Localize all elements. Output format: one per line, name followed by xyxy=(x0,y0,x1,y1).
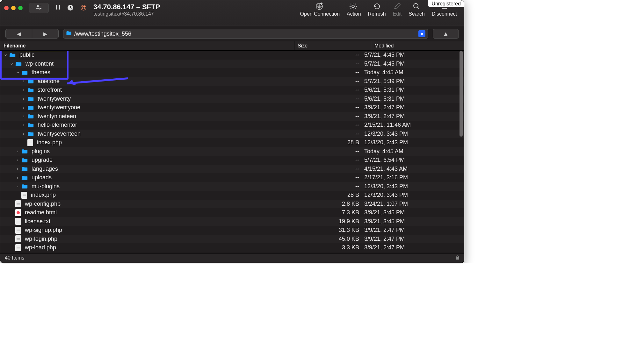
table-row[interactable]: ›languages--4/15/21, 4:43 AM xyxy=(0,165,464,174)
table-row[interactable]: ›upgrade--5/7/21, 6:54 PM xyxy=(0,156,464,165)
size-cell: -- xyxy=(289,147,362,156)
file-name: wp-config.php xyxy=(25,201,61,207)
chevron-right-icon[interactable]: › xyxy=(22,132,25,136)
table-row[interactable]: ›twentytwentyone--3/9/21, 2:47 PM xyxy=(0,103,464,112)
filename-cell: ⌄public xyxy=(0,51,289,60)
forward-button[interactable]: ▶ xyxy=(32,29,58,38)
filename-cell: wp-load.php xyxy=(0,243,289,252)
size-cell: -- xyxy=(289,77,362,86)
table-row[interactable]: ›uploads--2/17/21, 3:16 PM xyxy=(0,173,464,182)
table-row[interactable]: wp-signup.php31.3 KB3/9/21, 2:47 PM xyxy=(0,226,464,235)
table-row[interactable]: ⌄public--5/7/21, 4:45 PM xyxy=(0,51,464,60)
file-name: themes xyxy=(32,69,50,76)
column-filename[interactable]: Filename xyxy=(0,41,294,50)
back-button[interactable]: ◀ xyxy=(6,29,32,38)
svg-point-7 xyxy=(84,6,85,7)
table-row[interactable]: wp-load.php3.3 KB3/9/21, 2:47 PM xyxy=(0,243,464,252)
chevron-right-icon[interactable]: › xyxy=(16,175,19,180)
table-row[interactable]: ›twentytwenty--5/6/21, 5:31 PM xyxy=(0,95,464,103)
unregistered-badge: Unregistered xyxy=(428,0,464,7)
toolbar-toggle-button[interactable] xyxy=(29,3,49,13)
filename-cell: wp-login.php xyxy=(0,235,289,244)
bonjour-icon[interactable] xyxy=(80,4,87,12)
modified-cell: 3/24/21, 1:07 PM xyxy=(362,200,464,209)
history-icon[interactable] xyxy=(67,4,74,12)
modified-cell: 3/9/21, 2:47 PM xyxy=(362,243,464,252)
file-name: wp-signup.php xyxy=(25,227,62,233)
chevron-right-icon[interactable]: › xyxy=(22,88,25,92)
table-row[interactable]: ›abletone--5/7/21, 5:39 PM xyxy=(0,77,464,86)
table-row[interactable]: ›hello-elementor--2/15/21, 11:46 AM xyxy=(0,121,464,130)
gear-icon xyxy=(350,2,358,11)
table-row[interactable]: license.txt19.9 KB3/9/21, 3:45 PM xyxy=(0,217,464,226)
table-row[interactable]: ⌄themes--Today, 4:45 AM xyxy=(0,68,464,77)
modified-cell: Today, 4:45 AM xyxy=(362,68,464,77)
file-name: storefront xyxy=(38,87,62,93)
path-bar[interactable]: /www/testingsitex_556 xyxy=(63,29,428,39)
size-cell: 28 B xyxy=(289,191,362,200)
table-row[interactable]: ›storefront--5/6/21, 5:31 PM xyxy=(0,86,464,95)
modified-cell: 12/3/20, 3:43 PM xyxy=(362,138,464,147)
close-window-button[interactable] xyxy=(4,6,9,10)
table-row[interactable]: wp-config.php2.8 KB3/24/21, 1:07 PM xyxy=(0,200,464,209)
chevron-right-icon[interactable]: › xyxy=(16,149,19,153)
size-cell: -- xyxy=(289,51,362,60)
modified-cell: 2/15/21, 11:46 AM xyxy=(362,121,464,130)
chevron-right-icon[interactable]: › xyxy=(16,184,19,189)
file-name: twentytwentyone xyxy=(38,104,80,111)
column-modified[interactable]: Modified xyxy=(371,41,464,50)
table-row[interactable]: ›mu-plugins--12/3/20, 3:43 PM xyxy=(0,182,464,191)
refresh-button[interactable]: Refresh xyxy=(368,2,386,17)
column-size[interactable]: Size xyxy=(294,41,371,50)
bookmarks-icon[interactable] xyxy=(55,4,61,12)
folder-icon xyxy=(27,104,34,111)
folder-icon xyxy=(27,122,34,128)
filename-cell: ›abletone xyxy=(0,77,289,86)
file-list: ⌄public--5/7/21, 4:45 PM⌄wp-content--5/7… xyxy=(0,51,464,252)
chevron-right-icon[interactable]: › xyxy=(22,79,25,83)
table-row[interactable]: index.php28 B12/3/20, 3:43 PM xyxy=(0,138,464,147)
file-name: upgrade xyxy=(32,157,53,163)
scroll-thumb[interactable] xyxy=(460,51,463,137)
file-name: twentynineteen xyxy=(38,113,76,120)
chevron-down-icon[interactable]: ⌄ xyxy=(4,51,7,57)
size-cell: 3.3 KB xyxy=(289,243,362,252)
table-row[interactable]: ⌄wp-content--5/7/21, 4:45 PM xyxy=(0,60,464,68)
table-row[interactable]: ›twentyseventeen--12/3/20, 3:43 PM xyxy=(0,130,464,139)
size-cell: 45.0 KB xyxy=(289,235,362,244)
zoom-window-button[interactable] xyxy=(18,6,23,10)
chevron-right-icon[interactable]: › xyxy=(16,167,19,171)
file-icon xyxy=(15,218,21,225)
chevron-right-icon[interactable]: › xyxy=(22,123,25,127)
path-text: /www/testingsitex_556 xyxy=(74,31,131,37)
search-button[interactable]: Search xyxy=(409,2,425,17)
file-name: plugins xyxy=(32,148,50,155)
path-dropdown-icon[interactable] xyxy=(418,30,425,37)
chevron-right-icon[interactable]: › xyxy=(22,114,25,118)
go-up-button[interactable]: ▲ xyxy=(433,29,459,39)
svg-point-6 xyxy=(81,5,86,10)
chevron-down-icon[interactable]: ⌄ xyxy=(10,60,13,66)
chevron-right-icon[interactable]: › xyxy=(16,158,19,162)
svg-point-11 xyxy=(352,5,354,8)
open-connection-button[interactable]: Open Connection xyxy=(300,2,340,17)
table-row[interactable]: index.php28 B12/3/20, 3:43 PM xyxy=(0,191,464,200)
filename-cell: ›mu-plugins xyxy=(0,182,289,191)
size-cell: 31.3 KB xyxy=(289,226,362,235)
scrollbar[interactable] xyxy=(459,51,463,253)
modified-cell: 5/7/21, 4:45 PM xyxy=(362,51,464,60)
chevron-right-icon[interactable]: › xyxy=(22,105,25,110)
table-row[interactable]: readme.html7.3 KB3/9/21, 3:45 PM xyxy=(0,208,464,217)
table-row[interactable]: wp-login.php45.0 KB3/9/21, 2:47 PM xyxy=(0,235,464,244)
table-row[interactable]: ›plugins--Today, 4:45 AM xyxy=(0,147,464,156)
minimize-window-button[interactable] xyxy=(11,6,16,10)
modified-cell: 5/7/21, 6:54 PM xyxy=(362,156,464,165)
app-window: Unregistered 34.70.86.147 – SFTP tes xyxy=(0,0,464,263)
action-button[interactable]: Action xyxy=(347,2,361,17)
file-name: wp-load.php xyxy=(25,244,56,251)
chevron-down-icon[interactable]: ⌄ xyxy=(16,68,19,75)
file-icon xyxy=(15,235,21,242)
size-cell: -- xyxy=(289,68,362,77)
table-row[interactable]: ›twentynineteen--3/9/21, 2:47 PM xyxy=(0,112,464,121)
chevron-right-icon[interactable]: › xyxy=(22,96,25,101)
